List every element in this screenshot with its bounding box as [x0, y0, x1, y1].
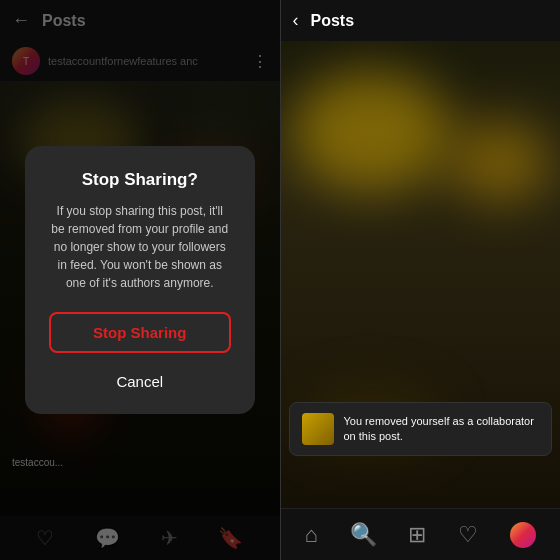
cancel-button[interactable]: Cancel — [49, 365, 231, 398]
left-panel: ← Posts T testaccountfornewfeatures anc … — [0, 0, 280, 560]
activity-icon[interactable]: ♡ — [458, 522, 478, 548]
right-panel: ‹ Posts You removed yourself as a collab… — [281, 0, 561, 560]
collaborator-toast: You removed yourself as a collaborator o… — [289, 402, 553, 456]
stop-sharing-button[interactable]: Stop Sharing — [49, 312, 231, 353]
home-icon[interactable]: ⌂ — [304, 522, 317, 548]
search-icon[interactable]: 🔍 — [350, 522, 377, 548]
modal-body-text: If you stop sharing this post, it'll be … — [49, 202, 231, 292]
right-panel-title: Posts — [311, 12, 355, 30]
modal-title: Stop Sharing? — [49, 170, 231, 190]
profile-avatar[interactable] — [510, 522, 536, 548]
toast-thumbnail — [302, 413, 334, 445]
bottom-nav: ⌂ 🔍 ⊞ ♡ — [281, 508, 561, 560]
right-post-image-bg: You removed yourself as a collaborator o… — [281, 41, 561, 508]
modal-overlay: Stop Sharing? If you stop sharing this p… — [0, 0, 280, 560]
right-bg-blob-2 — [450, 121, 550, 201]
right-header: ‹ Posts — [281, 0, 561, 41]
add-post-icon[interactable]: ⊞ — [408, 522, 426, 548]
right-bg-blob-1 — [291, 71, 451, 191]
stop-sharing-modal: Stop Sharing? If you stop sharing this p… — [25, 146, 255, 414]
right-back-arrow-icon[interactable]: ‹ — [293, 10, 299, 31]
toast-message: You removed yourself as a collaborator o… — [344, 414, 540, 445]
